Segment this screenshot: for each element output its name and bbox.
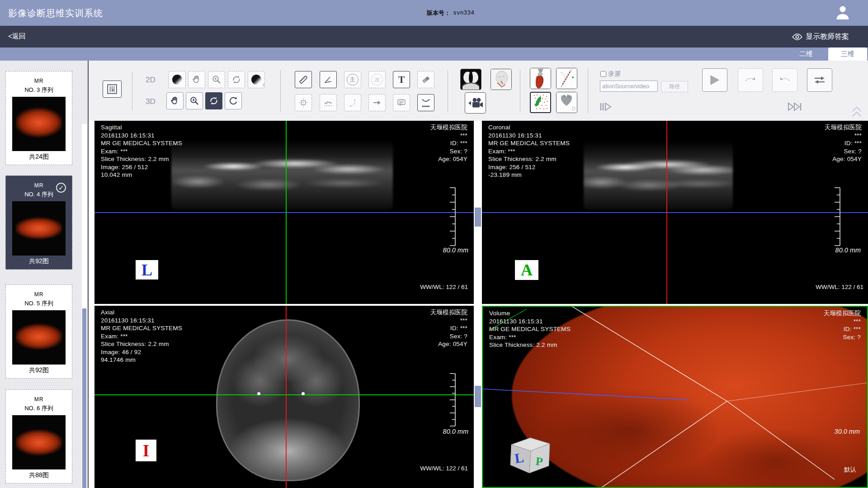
sidebar-divider bbox=[88, 61, 89, 488]
series-card-3[interactable]: MR NO. 3 序列 共24图 bbox=[5, 71, 72, 165]
comment-annotation-tool[interactable] bbox=[393, 94, 410, 111]
crosshair-vertical-red[interactable] bbox=[286, 306, 287, 488]
patient-age: Age: 054Y bbox=[825, 155, 862, 163]
back-button[interactable]: <返回 bbox=[8, 32, 26, 41]
rotate-arrows-icon bbox=[231, 74, 242, 85]
axial-slice-scrollbar[interactable] bbox=[475, 386, 481, 407]
series-card-4-selected[interactable]: MR NO. 4 序列 共92图 ✓ bbox=[5, 175, 72, 270]
record-section: 录屏 bbox=[600, 70, 621, 78]
wwwl-label: WW/WL: 122 / 61 bbox=[420, 465, 468, 472]
app-window: 影像诊断思维实训系统 版本号： svn334 <返回 显示教师答案 二维 三维 … bbox=[0, 0, 868, 488]
scale-ruler bbox=[446, 373, 458, 427]
layout-selector-button[interactable] bbox=[103, 81, 122, 98]
arrow-annotation-tool[interactable] bbox=[368, 94, 386, 111]
image-index: Image: 46 / 92 bbox=[101, 348, 182, 356]
viewport-title: Coronal bbox=[488, 123, 570, 132]
toolbar-divider bbox=[132, 71, 132, 110]
export-video-button[interactable] bbox=[465, 92, 486, 114]
scale-label: 80.0 mm bbox=[443, 246, 468, 254]
slice-thickness: Slice Thickness: 2.2 mm bbox=[101, 155, 182, 163]
comment-icon bbox=[396, 97, 407, 108]
record-label: 录屏 bbox=[608, 70, 621, 77]
tab-3d[interactable]: 三维 bbox=[828, 47, 867, 61]
crosshair-horizontal-green[interactable] bbox=[94, 394, 474, 395]
study-datetime: 20161130 16:15:31 bbox=[101, 132, 182, 140]
viewport-title: Volume bbox=[489, 309, 571, 317]
axial-mr-image bbox=[216, 319, 360, 481]
pan-tool-2d[interactable] bbox=[188, 71, 205, 88]
series-card-6[interactable]: MR NO. 6 序列 共88图 bbox=[5, 389, 72, 483]
hospital-name: 天堰模拟医院 bbox=[430, 308, 467, 317]
swap-direction-button[interactable] bbox=[807, 68, 832, 92]
slider-start-control[interactable] bbox=[599, 102, 613, 111]
angle-tool[interactable] bbox=[320, 71, 337, 88]
head-preset-button[interactable] bbox=[491, 69, 512, 90]
heart-preset-button[interactable]: D bbox=[556, 92, 577, 113]
refresh-tool-2d[interactable] bbox=[228, 71, 245, 88]
crosshair-horizontal-blue[interactable] bbox=[482, 212, 868, 213]
lung-preset-button[interactable] bbox=[460, 69, 481, 90]
play-button[interactable] bbox=[702, 68, 727, 92]
study-datetime: 20161130 16:15:31 bbox=[488, 132, 570, 140]
tab-2d[interactable]: 二维 bbox=[790, 47, 822, 61]
reset-rotation-tool-3d[interactable] bbox=[225, 92, 242, 109]
reference-point bbox=[302, 392, 305, 395]
pan-tool-3d[interactable] bbox=[166, 92, 184, 109]
foot-preset-button[interactable] bbox=[556, 68, 577, 89]
viewport-axial[interactable]: Axial 20161130 16:15:31 MR GE MEDICAL SY… bbox=[94, 306, 474, 488]
exam-label: Exam: *** bbox=[101, 332, 182, 341]
window-level-tool-2d[interactable] bbox=[169, 71, 186, 88]
orientation-cube[interactable]: L P bbox=[509, 437, 552, 475]
curve-measure-tool[interactable] bbox=[417, 94, 434, 111]
crosshair-vertical-red[interactable] bbox=[666, 121, 667, 304]
device-name: MR GE MEDICAL SYSTEMS bbox=[101, 324, 182, 332]
rotate-tool-3d-active[interactable] bbox=[205, 92, 222, 109]
lung-ct-icon bbox=[461, 69, 481, 90]
series-name: NO. 3 序列 bbox=[6, 86, 72, 94]
mode-2d-label: 2D bbox=[146, 76, 156, 85]
vessel-preset-button-active[interactable] bbox=[530, 92, 551, 113]
exam-label: Exam: *** bbox=[489, 333, 571, 341]
secondary-roi-tool[interactable]: 次 bbox=[368, 71, 386, 88]
sagittal-slice-scrollbar[interactable] bbox=[475, 208, 481, 227]
knee-preset-button[interactable] bbox=[530, 68, 551, 89]
main-roi-tool[interactable]: 主 bbox=[344, 71, 361, 88]
user-avatar-icon[interactable] bbox=[834, 4, 851, 22]
volume-thumb-render bbox=[16, 217, 62, 242]
viewport-coronal[interactable]: Coronal 20161130 16:15:31 MR GE MEDICAL … bbox=[482, 121, 868, 304]
orientation-marker-A: A bbox=[515, 260, 538, 280]
patient-id: ID: *** bbox=[825, 139, 862, 147]
profile-curve-icon bbox=[323, 97, 334, 108]
video-path-input[interactable] bbox=[600, 81, 658, 92]
collapse-toolbar-chevron[interactable] bbox=[852, 106, 862, 118]
path-button[interactable]: 路径 bbox=[661, 81, 688, 92]
toolbar: 2D c 3D bbox=[89, 61, 868, 121]
scale-label: 30.0 mm bbox=[835, 428, 860, 435]
text-annotation-tool[interactable]: T bbox=[393, 71, 410, 88]
sagittal-patient-block: 天堰模拟医院 *** ID: *** Sex: ? Age: 054Y bbox=[430, 123, 467, 163]
crosshair-horizontal-blue[interactable] bbox=[94, 212, 474, 213]
rotate-ccw-button[interactable] bbox=[772, 68, 797, 92]
slider-end-control[interactable] bbox=[788, 102, 802, 111]
ruler-tool[interactable] bbox=[295, 71, 312, 88]
window-level-icon bbox=[172, 75, 182, 85]
viewport-volume-3d[interactable]: L P Volume 20161130 16:15:31 MR GE MEDIC… bbox=[482, 306, 868, 488]
rotate-ccw-icon bbox=[778, 75, 791, 85]
window-level-reset-tool-2d[interactable]: c bbox=[248, 71, 265, 88]
viewport-sagittal[interactable]: Sagittal 20161130 16:15:31 MR GE MEDICAL… bbox=[94, 121, 474, 304]
play-icon bbox=[710, 75, 720, 85]
sidebar-scrollbar-thumb[interactable] bbox=[82, 308, 86, 488]
record-checkbox[interactable] bbox=[600, 71, 606, 77]
zoom-tool-3d[interactable] bbox=[186, 92, 203, 109]
show-teacher-answer-button[interactable]: 显示教师答案 bbox=[806, 32, 849, 42]
rotate-cw-button[interactable] bbox=[738, 68, 763, 92]
hospital-name: 天堰模拟医院 bbox=[430, 123, 467, 132]
crosshair-vertical-green[interactable] bbox=[286, 121, 287, 304]
skull-icon bbox=[491, 69, 511, 90]
profile-curve-tool[interactable] bbox=[320, 94, 337, 111]
localize-tool[interactable] bbox=[295, 94, 312, 111]
curve-tool[interactable] bbox=[344, 94, 361, 111]
eraser-tool[interactable] bbox=[417, 71, 434, 88]
zoom-tool-2d[interactable] bbox=[208, 71, 225, 88]
series-card-5[interactable]: MR NO. 5 序列 共92图 bbox=[5, 284, 72, 379]
